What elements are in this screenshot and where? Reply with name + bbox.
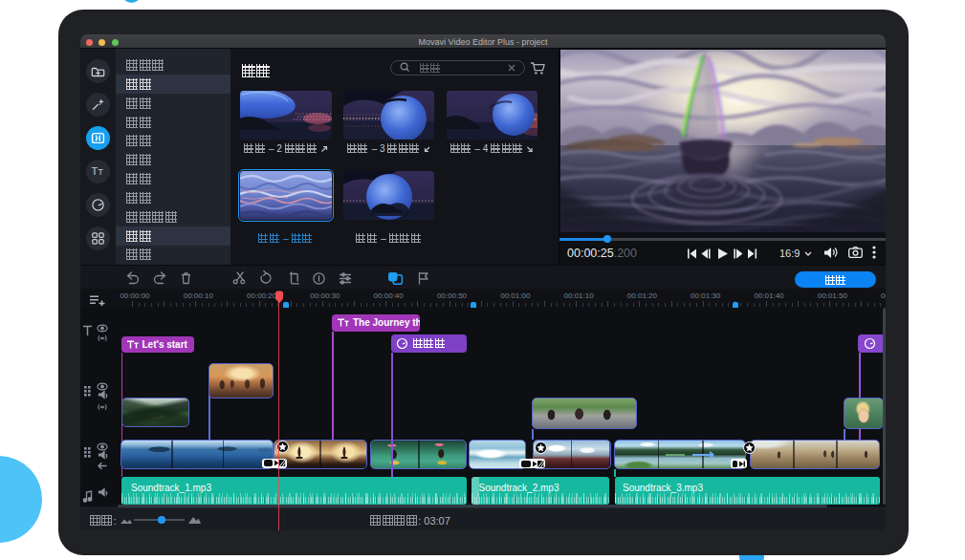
svg-text:T: T [98,167,102,177]
svg-text:T: T [91,165,98,177]
